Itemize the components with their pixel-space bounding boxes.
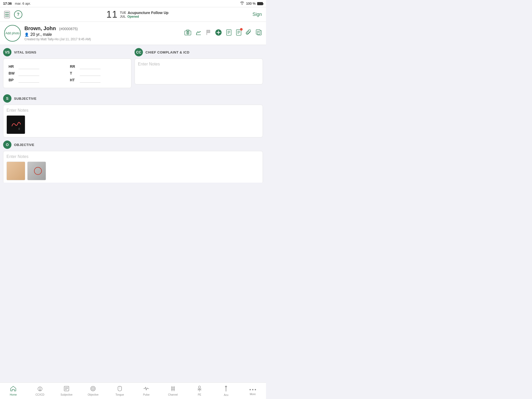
svg-rect-21	[8, 117, 24, 132]
bw-value[interactable]	[18, 71, 39, 76]
objective-notes-placeholder: Enter Notes	[6, 154, 260, 159]
patient-avatar[interactable]: Add photo	[4, 25, 21, 42]
notes-button[interactable]	[226, 29, 232, 37]
chief-complaint-section: CC CHIEF COMPLAINT & ICD Enter Notes	[135, 48, 263, 88]
subjective-header: S SUBJECTIVE	[3, 94, 263, 103]
vital-signs-body: HR RR BW T	[3, 58, 131, 88]
nav-center: 1 1 TUE Acupuncture Follow Up JUL Opened	[106, 10, 168, 19]
sign-button[interactable]: Sign	[252, 12, 262, 17]
notification-badge	[240, 28, 243, 31]
appointment-status: Opened	[127, 15, 139, 18]
ht-value[interactable]	[80, 77, 101, 83]
cc-body[interactable]: Enter Notes	[135, 58, 263, 84]
bw-label: BW	[9, 71, 16, 75]
document-badge-button[interactable]	[236, 29, 242, 37]
status-time: 17:36	[3, 2, 12, 5]
patient-age-gender: 20 yr., male	[30, 32, 52, 37]
cc-title: CHIEF COMPLAINT & ICD	[145, 50, 189, 54]
bp-label: BP	[9, 78, 16, 82]
rr-value[interactable]	[80, 64, 101, 69]
date-digit-1: 1	[106, 10, 111, 19]
vital-t: T	[70, 71, 126, 76]
appointment-month: JUL	[120, 15, 126, 18]
objective-thumbnail-2[interactable]	[27, 162, 46, 180]
camera-button[interactable]	[184, 30, 191, 37]
subjective-body[interactable]: Enter Notes 0	[3, 105, 263, 137]
s-badge: S	[3, 94, 11, 103]
hr-label: HR	[9, 64, 16, 69]
vital-hr: HR	[9, 64, 65, 69]
svg-rect-2	[187, 30, 189, 31]
ht-label: HT	[70, 78, 78, 82]
svg-point-3	[187, 32, 189, 34]
vital-bw: BW	[9, 71, 65, 76]
bp-value[interactable]	[18, 77, 39, 83]
svg-text:0: 0	[18, 128, 20, 130]
top-nav: ☰ ? 1 1 TUE Acupuncture Follow Up JUL Op…	[0, 7, 266, 22]
appointment-day: TUE	[120, 11, 126, 15]
patient-name: Brown, John	[24, 25, 56, 31]
vital-signs-section: VS VITAL SIGNS HR RR	[3, 48, 131, 88]
vitals-grid: HR RR BW T	[6, 62, 128, 85]
cc-header: CC CHIEF COMPLAINT & ICD	[135, 48, 263, 56]
appointment-info: TUE Acupuncture Follow Up JUL Opened	[120, 11, 168, 18]
cc-badge: CC	[135, 48, 143, 56]
vital-ht: HT	[70, 77, 126, 83]
hamburger-button[interactable]: ☰	[4, 11, 10, 18]
patient-header: Add photo Brown, John (#0000875) 👤 20 yr…	[0, 22, 266, 45]
objective-thumbnail-1[interactable]	[6, 162, 25, 180]
nav-left: ☰ ?	[4, 10, 22, 19]
status-bar: 17:36 mar. 6 apr. 100 %	[0, 0, 266, 7]
objective-section: O OBJECTIVE Enter Notes	[3, 141, 263, 183]
add-photo-label: Add photo	[5, 31, 20, 35]
status-right: 100 %	[240, 1, 263, 6]
t-value[interactable]	[80, 71, 101, 76]
main-content: VS VITAL SIGNS HR RR	[0, 45, 266, 183]
patient-demographics: 👤 20 yr., male	[24, 32, 184, 37]
battery-icon	[257, 2, 263, 5]
medical-circle-annotation	[34, 167, 42, 175]
cc-notes-placeholder: Enter Notes	[138, 62, 160, 66]
subjective-thumbnails: 0	[6, 115, 260, 134]
o-badge: O	[3, 141, 11, 149]
svg-rect-8	[227, 30, 231, 35]
objective-thumbnails	[6, 162, 260, 180]
vital-bp: BP	[9, 77, 65, 83]
objective-body[interactable]: Enter Notes	[3, 151, 263, 183]
vital-rr: RR	[70, 64, 126, 69]
vs-badge: VS	[3, 48, 11, 56]
hr-value[interactable]	[18, 64, 39, 69]
person-icon: 👤	[24, 32, 29, 37]
flag-button[interactable]	[206, 30, 211, 37]
patient-actions	[184, 29, 262, 37]
patient-id: (#0000875)	[59, 27, 78, 31]
appointment-date-number: 1 1	[106, 10, 117, 19]
appointment-title: Acupuncture Follow Up	[128, 11, 168, 15]
add-button[interactable]	[215, 29, 222, 37]
patient-info: Brown, John (#0000875) 👤 20 yr., male Cr…	[24, 25, 184, 41]
svg-rect-12	[236, 30, 241, 35]
subjective-section: S SUBJECTIVE Enter Notes 0	[3, 94, 263, 137]
vital-signs-header: VS VITAL SIGNS	[3, 48, 131, 56]
subjective-title: SUBJECTIVE	[14, 97, 37, 101]
top-sections-row: VS VITAL SIGNS HR RR	[3, 48, 263, 91]
subjective-thumbnail-1[interactable]: 0	[6, 115, 25, 134]
signature-button[interactable]	[195, 30, 202, 37]
patient-created: Created by Matt Tally-Ho (Jul 11, 2017 9…	[24, 37, 184, 41]
battery-percent: 100 %	[246, 2, 256, 5]
svg-rect-17	[256, 30, 260, 34]
objective-header: O OBJECTIVE	[3, 141, 263, 149]
help-button[interactable]: ?	[14, 10, 22, 19]
objective-title: OBJECTIVE	[14, 143, 34, 147]
status-date: mar. 6 apr.	[15, 2, 31, 5]
t-label: T	[70, 71, 78, 75]
vs-title: VITAL SIGNS	[14, 50, 36, 54]
subjective-notes-placeholder: Enter Notes	[6, 108, 260, 113]
rr-label: RR	[70, 64, 78, 69]
wifi-icon	[240, 1, 244, 6]
copy-button[interactable]	[256, 29, 262, 37]
date-digit-2: 1	[112, 10, 117, 19]
attachment-button[interactable]	[246, 29, 251, 37]
